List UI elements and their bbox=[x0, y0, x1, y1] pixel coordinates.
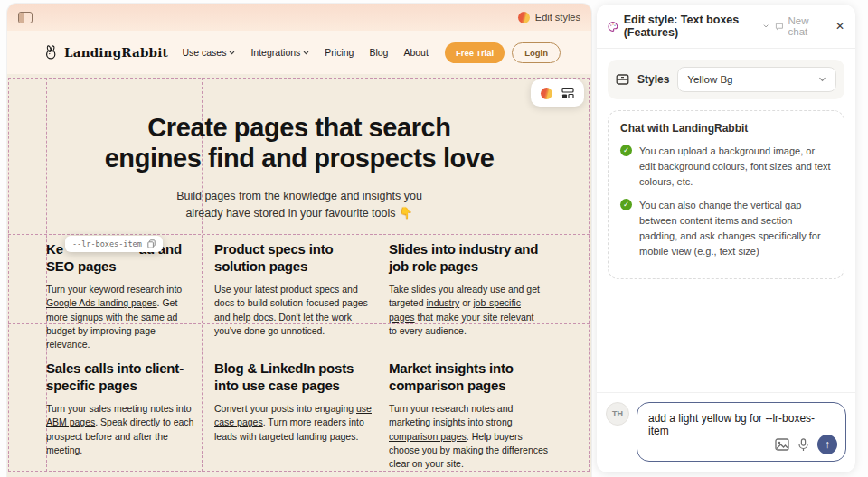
send-button[interactable]: ↑ bbox=[817, 435, 837, 454]
canvas-tools-pill bbox=[531, 80, 584, 107]
chat-input-value: add a light yellow bg for --lr-boxes-ite… bbox=[648, 412, 835, 437]
style-preset-select[interactable]: Yellow Bg bbox=[677, 67, 836, 92]
chat-tip-item: ✓ You can also change the vertical gap b… bbox=[620, 198, 832, 259]
chevron-down-icon bbox=[303, 51, 309, 55]
inline-link[interactable]: Google Ads landing pages bbox=[46, 297, 157, 308]
chat-bubble-icon bbox=[775, 21, 784, 33]
feature-card-solution-pages: Product specs into solution pages Use yo… bbox=[214, 240, 379, 338]
panel-header: Edit style: Text boxes (Features) New ch… bbox=[597, 5, 855, 49]
layout-sections-icon[interactable] bbox=[561, 87, 574, 99]
edit-styles-label: Edit styles bbox=[535, 12, 580, 23]
chat-input-area: TH add a light yellow bg for --lr-boxes-… bbox=[597, 392, 855, 472]
card-body: Turn your sales meeting notes into ABM p… bbox=[46, 402, 202, 457]
feature-card-comparison-pages: Market insights into comparison pages Tu… bbox=[389, 360, 550, 471]
attach-image-icon[interactable] bbox=[775, 438, 789, 451]
close-icon[interactable]: ✕ bbox=[835, 20, 844, 33]
chevron-down-icon bbox=[229, 51, 235, 55]
login-button[interactable]: Login bbox=[512, 42, 561, 63]
editor-window: Edit styles LandingRabbit Use cases bbox=[7, 4, 591, 477]
palette-icon bbox=[608, 20, 618, 33]
brand-logo[interactable]: LandingRabbit bbox=[43, 45, 168, 60]
inline-link[interactable]: ABM pages bbox=[46, 416, 95, 427]
styles-drawer-icon bbox=[616, 73, 629, 86]
nav-item-pricing[interactable]: Pricing bbox=[325, 47, 354, 58]
card-body: Use your latest product specs and docs t… bbox=[214, 283, 379, 338]
feature-card-client-pages: Sales calls into client-specific pages T… bbox=[46, 360, 202, 457]
card-title: Blog & LinkedIn posts into use case page… bbox=[214, 360, 379, 394]
hero-section: Create pages that search engines find an… bbox=[16, 112, 582, 223]
panel-title: Edit style: Text boxes (Features) bbox=[624, 14, 759, 39]
feature-card-job-role-pages: Slides into industry and job role pages … bbox=[389, 240, 544, 338]
nav-item-blog[interactable]: Blog bbox=[369, 47, 388, 58]
css-variable-tooltip[interactable]: --lr-boxes-item bbox=[65, 236, 163, 252]
guide-hline-hero-bottom bbox=[8, 234, 590, 235]
user-avatar: TH bbox=[606, 402, 629, 426]
styles-label: Styles bbox=[637, 73, 669, 86]
chat-tip-text: You can upload a background image, or ed… bbox=[639, 144, 832, 190]
chat-intro-title: Chat with LandingRabbit bbox=[620, 122, 832, 135]
edit-style-panel: Edit style: Text boxes (Features) New ch… bbox=[597, 5, 855, 472]
card-body: Take slides you already use and get targ… bbox=[389, 283, 544, 338]
brand-name: LandingRabbit bbox=[64, 45, 168, 60]
chat-intro-card: Chat with LandingRabbit ✓ You can upload… bbox=[608, 110, 844, 279]
card-title: Sales calls into client-specific pages bbox=[46, 360, 202, 394]
card-body: Convert your posts into engaging use cas… bbox=[214, 402, 379, 444]
app-chrome-bar: Edit styles bbox=[7, 4, 591, 31]
card-title: Market insights into comparison pages bbox=[389, 360, 550, 394]
rabbit-logo-icon bbox=[43, 45, 59, 60]
chat-message-input[interactable]: add a light yellow bg for --lr-boxes-ite… bbox=[637, 402, 846, 462]
free-trial-button[interactable]: Free Trial bbox=[445, 42, 505, 63]
sidebar-toggle-icon[interactable] bbox=[18, 12, 33, 23]
chevron-down-icon[interactable] bbox=[763, 23, 769, 29]
site-navbar: LandingRabbit Use cases Integrations Pri… bbox=[7, 31, 591, 74]
theme-gradient-icon[interactable] bbox=[541, 88, 552, 99]
feature-card-use-case-pages: Blog & LinkedIn posts into use case page… bbox=[214, 360, 379, 444]
nav-item-integrations[interactable]: Integrations bbox=[250, 47, 309, 58]
check-icon: ✓ bbox=[620, 199, 632, 210]
style-preset-value: Yellow Bg bbox=[687, 74, 732, 85]
inline-link[interactable]: comparison pages bbox=[389, 431, 467, 442]
check-icon: ✓ bbox=[620, 145, 632, 156]
new-chat-button[interactable]: New chat bbox=[775, 15, 821, 37]
input-action-icons: ↑ bbox=[775, 435, 837, 454]
send-arrow-icon: ↑ bbox=[825, 438, 830, 451]
css-variable-name: --lr-boxes-item bbox=[72, 239, 142, 248]
copy-icon[interactable] bbox=[147, 239, 156, 248]
styles-row: Styles Yellow Bg bbox=[608, 60, 844, 99]
page-canvas: Create pages that search engines find an… bbox=[7, 74, 591, 477]
guide-vline-col2 bbox=[382, 234, 382, 472]
hero-subtitle: Build pages from the knowledge and insig… bbox=[16, 188, 582, 223]
edit-styles-button[interactable]: Edit styles bbox=[518, 12, 580, 23]
microphone-icon[interactable] bbox=[798, 438, 808, 452]
nav-item-about[interactable]: About bbox=[403, 47, 428, 58]
chevron-down-icon bbox=[818, 77, 826, 82]
nav-links: Use cases Integrations Pricing Blog Abou… bbox=[182, 47, 428, 58]
card-title: Slides into industry and job role pages bbox=[389, 240, 544, 275]
hero-title: Create pages that search engines find an… bbox=[16, 112, 582, 173]
screenshot-root: Edit styles LandingRabbit Use cases bbox=[0, 0, 868, 477]
chat-tip-text: You can also change the vertical gap bet… bbox=[639, 198, 832, 259]
card-body: Turn your research notes and marketing i… bbox=[389, 402, 550, 471]
chat-tip-item: ✓ You can upload a background image, or … bbox=[620, 144, 832, 190]
card-title: Product specs into solution pages bbox=[214, 240, 379, 275]
card-body: Turn your keyword research into Google A… bbox=[46, 283, 202, 351]
nav-item-use-cases[interactable]: Use cases bbox=[182, 47, 235, 58]
theme-gradient-icon bbox=[518, 12, 530, 23]
inline-link[interactable]: industry bbox=[426, 297, 459, 308]
feature-card-seo-pages: Kead and SEO pages Turn your keyword res… bbox=[46, 240, 202, 351]
